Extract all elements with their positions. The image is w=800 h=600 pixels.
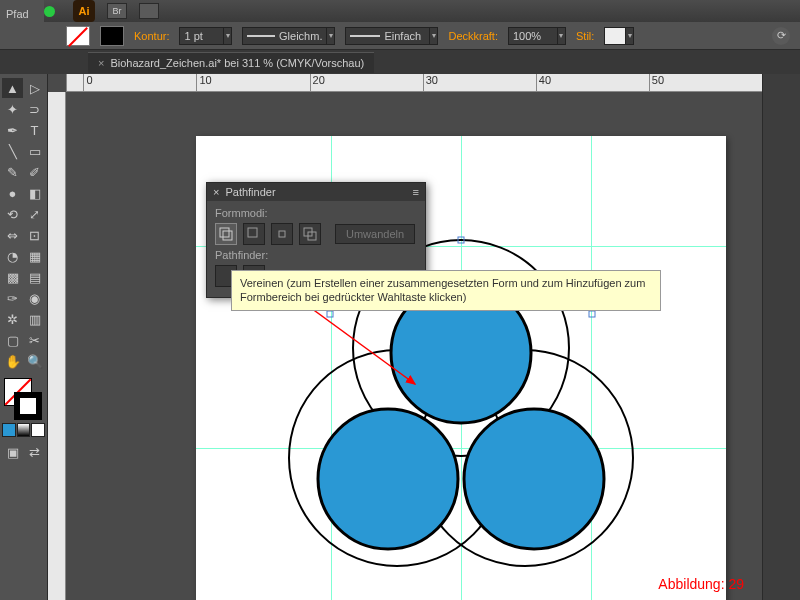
svg-rect-11 — [248, 228, 257, 237]
canvas[interactable] — [66, 92, 762, 600]
svg-point-5 — [464, 409, 604, 549]
fill-swatch[interactable] — [66, 26, 90, 46]
opacity-input[interactable]: 100% — [508, 27, 558, 45]
ruler-tick: 50 — [649, 74, 762, 91]
close-tab-icon[interactable]: × — [98, 57, 104, 69]
magic-wand-tool[interactable]: ✦ — [2, 99, 23, 119]
right-dock[interactable] — [762, 74, 800, 600]
free-transform-tool[interactable]: ⊡ — [24, 225, 45, 245]
slice-tool[interactable]: ✂ — [24, 330, 45, 350]
kontur-label: Kontur: — [134, 30, 169, 42]
sync-icon[interactable]: ⟳ — [772, 27, 790, 45]
pen-tool[interactable]: ✒ — [2, 120, 23, 140]
pathfinder-section-label: Pathfinder: — [215, 249, 417, 261]
blob-brush-tool[interactable]: ● — [2, 183, 23, 203]
arrange-documents-icon[interactable] — [139, 3, 159, 19]
artboard-tool[interactable]: ▢ — [2, 330, 23, 350]
stroke-color-box[interactable] — [14, 392, 42, 420]
selection-tool[interactable]: ▲ — [2, 78, 23, 98]
control-bar: Pfad Kontur: 1 pt Gleichm. Einfach Deckk… — [0, 22, 800, 50]
unite-button[interactable] — [215, 223, 237, 245]
stroke-profile-label: Gleichm. — [279, 30, 322, 42]
pathfinder-panel-header[interactable]: × Pathfinder ≡ — [207, 183, 425, 201]
maximize-window-icon[interactable] — [44, 6, 55, 17]
graphic-style-swatch[interactable] — [604, 27, 626, 45]
svg-rect-12 — [279, 231, 285, 237]
zoom-tool[interactable]: 🔍 — [24, 351, 45, 371]
opacity-dropdown[interactable] — [558, 27, 566, 45]
figure-label: Abbildung: 29 — [658, 576, 744, 592]
stroke-weight-dropdown[interactable] — [224, 27, 232, 45]
window-titlebar: Ai Br — [0, 0, 800, 22]
stroke-swatch[interactable] — [100, 26, 124, 46]
ruler-tick: 30 — [423, 74, 536, 91]
width-tool[interactable]: ⇔ — [2, 225, 23, 245]
gradient-tool[interactable]: ▤ — [24, 267, 45, 287]
ruler-tick: 0 — [83, 74, 196, 91]
scale-tool[interactable]: ⤢ — [24, 204, 45, 224]
tools-panel: ▲▷ ✦⊃ ✒T ╲▭ ✎✐ ●◧ ⟲⤢ ⇔⊡ ◔▦ ▩▤ ✑◉ ✲▥ ▢✂ ✋… — [0, 74, 48, 600]
unite-tooltip: Vereinen (zum Erstellen einer zusammenge… — [231, 270, 661, 311]
pathfinder-menu-icon[interactable]: ≡ — [413, 186, 419, 198]
fill-stroke-control[interactable] — [2, 378, 44, 420]
intersect-button[interactable] — [271, 223, 293, 245]
symbol-sprayer-tool[interactable]: ✲ — [2, 309, 23, 329]
horizontal-ruler[interactable]: 0 10 20 30 40 50 — [66, 74, 762, 92]
bridge-icon[interactable]: Br — [107, 3, 127, 19]
pathfinder-close-icon[interactable]: × — [213, 186, 219, 198]
gradient-mode-swatch[interactable] — [17, 423, 31, 437]
color-mode-swatch[interactable] — [2, 423, 16, 437]
type-tool[interactable]: T — [24, 120, 45, 140]
opacity-label: Deckkraft: — [448, 30, 498, 42]
graphic-style-dropdown[interactable] — [626, 27, 634, 45]
formmodi-label: Formmodi: — [215, 207, 417, 219]
none-mode-swatch[interactable] — [31, 423, 45, 437]
exclude-button[interactable] — [299, 223, 321, 245]
illustrator-app-icon: Ai — [73, 0, 95, 22]
minus-front-button[interactable] — [243, 223, 265, 245]
document-tab[interactable]: × Biohazard_Zeichen.ai* bei 311 % (CMYK/… — [88, 52, 374, 73]
umwandeln-button[interactable]: Umwandeln — [335, 224, 415, 244]
svg-rect-9 — [220, 228, 229, 237]
paintbrush-tool[interactable]: ✎ — [2, 162, 23, 182]
brush-dropdown[interactable] — [430, 27, 438, 45]
brush-label: Einfach — [384, 30, 421, 42]
line-tool[interactable]: ╲ — [2, 141, 23, 161]
rotate-tool[interactable]: ⟲ — [2, 204, 23, 224]
mesh-tool[interactable]: ▩ — [2, 267, 23, 287]
ruler-tick: 10 — [196, 74, 309, 91]
svg-rect-10 — [223, 231, 232, 240]
svg-rect-7 — [589, 311, 595, 317]
canvas-area: 0 10 20 30 40 50 — [48, 74, 762, 600]
stroke-profile-select[interactable]: Gleichm. — [242, 27, 327, 45]
pencil-tool[interactable]: ✐ — [24, 162, 45, 182]
direct-selection-tool[interactable]: ▷ — [24, 78, 45, 98]
graph-tool[interactable]: ▥ — [24, 309, 45, 329]
stroke-weight-input[interactable]: 1 pt — [179, 27, 224, 45]
brush-select[interactable]: Einfach — [345, 27, 430, 45]
ruler-tick: 20 — [310, 74, 423, 91]
lasso-tool[interactable]: ⊃ — [24, 99, 45, 119]
screen-mode-normal[interactable]: ▣ — [2, 442, 23, 462]
selection-type-label: Pfad — [0, 0, 44, 28]
svg-rect-8 — [327, 311, 333, 317]
pathfinder-title: Pathfinder — [225, 186, 412, 198]
eraser-tool[interactable]: ◧ — [24, 183, 45, 203]
eyedropper-tool[interactable]: ✑ — [2, 288, 23, 308]
document-tab-title: Biohazard_Zeichen.ai* bei 311 % (CMYK/Vo… — [110, 57, 364, 69]
document-tabbar: × Biohazard_Zeichen.ai* bei 311 % (CMYK/… — [0, 50, 800, 74]
stil-label: Stil: — [576, 30, 594, 42]
shape-builder-tool[interactable]: ◔ — [2, 246, 23, 266]
blend-tool[interactable]: ◉ — [24, 288, 45, 308]
vertical-ruler[interactable] — [48, 92, 66, 600]
screen-mode-toggle[interactable]: ⇄ — [24, 442, 45, 462]
rectangle-tool[interactable]: ▭ — [24, 141, 45, 161]
ruler-tick: 40 — [536, 74, 649, 91]
hand-tool[interactable]: ✋ — [2, 351, 23, 371]
svg-point-4 — [318, 409, 458, 549]
stroke-profile-dropdown[interactable] — [327, 27, 335, 45]
perspective-tool[interactable]: ▦ — [24, 246, 45, 266]
